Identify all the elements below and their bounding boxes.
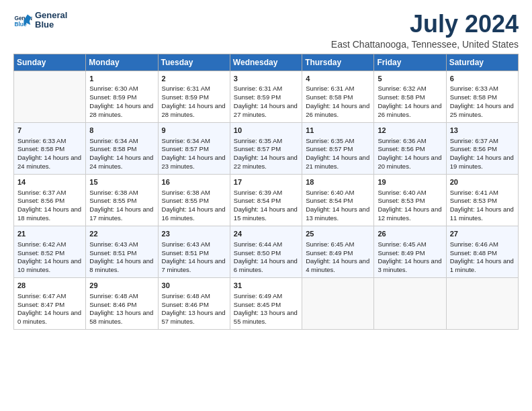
- cell-5-1: 28Sunrise: 6:47 AMSunset: 8:47 PMDayligh…: [14, 277, 86, 329]
- daylight: Daylight: 14 hours and 11 minutes.: [450, 205, 514, 222]
- sunrise: Sunrise: 6:35 AM: [306, 137, 354, 144]
- day-number: 20: [450, 177, 515, 187]
- cell-1-3: 2Sunrise: 6:31 AMSunset: 8:59 PMDaylight…: [158, 71, 230, 122]
- cell-3-7: 20Sunrise: 6:41 AMSunset: 8:53 PMDayligh…: [446, 174, 518, 226]
- day-number: 7: [17, 126, 83, 136]
- daylight: Daylight: 14 hours and 15 minutes.: [234, 205, 298, 222]
- day-number: 10: [234, 126, 299, 136]
- daylight: Daylight: 14 hours and 1 minute.: [450, 257, 514, 273]
- sunrise: Sunrise: 6:45 AM: [378, 240, 426, 248]
- daylight: Daylight: 14 hours and 27 minutes.: [234, 102, 298, 118]
- sunset: Sunset: 8:49 PM: [306, 249, 353, 257]
- cell-1-1: [14, 71, 86, 122]
- main-title: July 2024: [331, 11, 519, 38]
- sunrise: Sunrise: 6:47 AM: [17, 292, 66, 300]
- col-sunday: Sunday: [14, 54, 86, 71]
- subtitle: East Chattanooga, Tennessee, United Stat…: [331, 39, 519, 50]
- day-number: 26: [378, 229, 443, 239]
- sunrise: Sunrise: 6:38 AM: [162, 189, 210, 196]
- sunrise: Sunrise: 6:48 AM: [162, 292, 210, 300]
- sunset: Sunset: 8:56 PM: [450, 145, 497, 152]
- daylight: Daylight: 14 hours and 8 minutes.: [89, 257, 153, 273]
- sunrise: Sunrise: 6:37 AM: [17, 189, 66, 196]
- day-number: 31: [234, 281, 299, 291]
- logo: General Blue General Blue: [13, 11, 67, 30]
- cell-5-6: [374, 277, 446, 329]
- sunset: Sunset: 8:49 PM: [378, 249, 425, 257]
- sunrise: Sunrise: 6:42 AM: [17, 240, 66, 248]
- cell-5-2: 29Sunrise: 6:48 AMSunset: 8:46 PMDayligh…: [86, 277, 158, 329]
- cell-4-1: 21Sunrise: 6:42 AMSunset: 8:52 PMDayligh…: [14, 226, 86, 277]
- sunset: Sunset: 8:51 PM: [89, 249, 136, 257]
- sunrise: Sunrise: 6:38 AM: [89, 189, 138, 196]
- header: General Blue General Blue July 2024 East…: [13, 11, 519, 50]
- sunset: Sunset: 8:53 PM: [378, 197, 425, 204]
- cell-4-4: 24Sunrise: 6:44 AMSunset: 8:50 PMDayligh…: [230, 226, 302, 277]
- day-number: 22: [89, 229, 154, 239]
- sunset: Sunset: 8:59 PM: [162, 93, 209, 101]
- day-number: 28: [17, 281, 83, 291]
- sunrise: Sunrise: 6:33 AM: [450, 85, 498, 92]
- day-number: 21: [17, 229, 83, 239]
- cell-1-7: 6Sunrise: 6:33 AMSunset: 8:58 PMDaylight…: [446, 71, 518, 122]
- week-row-1: 1Sunrise: 6:30 AMSunset: 8:59 PMDaylight…: [14, 71, 519, 122]
- sunset: Sunset: 8:46 PM: [162, 301, 209, 308]
- sunrise: Sunrise: 6:30 AM: [89, 85, 138, 92]
- daylight: Daylight: 14 hours and 26 minutes.: [378, 102, 441, 118]
- sunrise: Sunrise: 6:43 AM: [162, 240, 210, 248]
- col-wednesday: Wednesday: [230, 54, 302, 71]
- daylight: Daylight: 14 hours and 12 minutes.: [378, 205, 441, 222]
- col-friday: Friday: [374, 54, 446, 71]
- sunrise: Sunrise: 6:39 AM: [234, 189, 282, 196]
- day-number: 6: [450, 74, 515, 84]
- sunrise: Sunrise: 6:40 AM: [378, 189, 426, 196]
- header-row: Sunday Monday Tuesday Wednesday Thursday…: [14, 54, 519, 71]
- week-row-2: 7Sunrise: 6:33 AMSunset: 8:58 PMDaylight…: [14, 122, 519, 174]
- sunrise: Sunrise: 6:41 AM: [450, 189, 498, 196]
- daylight: Daylight: 14 hours and 20 minutes.: [378, 154, 441, 170]
- cell-3-6: 19Sunrise: 6:40 AMSunset: 8:53 PMDayligh…: [374, 174, 446, 226]
- daylight: Daylight: 14 hours and 7 minutes.: [162, 257, 226, 273]
- sunset: Sunset: 8:57 PM: [306, 145, 353, 152]
- sunrise: Sunrise: 6:43 AM: [89, 240, 138, 248]
- daylight: Daylight: 14 hours and 4 minutes.: [306, 257, 369, 273]
- day-number: 27: [450, 229, 515, 239]
- day-number: 14: [17, 177, 83, 187]
- day-number: 23: [162, 229, 227, 239]
- daylight: Daylight: 14 hours and 25 minutes.: [450, 102, 514, 118]
- sunrise: Sunrise: 6:32 AM: [378, 85, 426, 92]
- cell-1-2: 1Sunrise: 6:30 AMSunset: 8:59 PMDaylight…: [86, 71, 158, 122]
- daylight: Daylight: 14 hours and 0 minutes.: [17, 309, 81, 325]
- sunset: Sunset: 8:59 PM: [234, 93, 281, 101]
- sunset: Sunset: 8:48 PM: [450, 249, 497, 257]
- page: General Blue General Blue July 2024 East…: [0, 0, 532, 411]
- sunset: Sunset: 8:58 PM: [17, 145, 64, 152]
- sunrise: Sunrise: 6:33 AM: [17, 137, 66, 144]
- sunset: Sunset: 8:51 PM: [162, 249, 209, 257]
- sunset: Sunset: 8:45 PM: [234, 301, 281, 308]
- cell-5-5: [302, 277, 374, 329]
- daylight: Daylight: 14 hours and 24 minutes.: [17, 154, 81, 170]
- daylight: Daylight: 14 hours and 23 minutes.: [162, 154, 226, 170]
- sunset: Sunset: 8:56 PM: [17, 197, 64, 204]
- cell-2-1: 7Sunrise: 6:33 AMSunset: 8:58 PMDaylight…: [14, 122, 86, 174]
- day-number: 1: [89, 74, 154, 84]
- day-number: 16: [162, 177, 227, 187]
- title-block: July 2024 East Chattanooga, Tennessee, U…: [331, 11, 519, 50]
- daylight: Daylight: 13 hours and 58 minutes.: [89, 309, 153, 325]
- daylight: Daylight: 14 hours and 18 minutes.: [17, 205, 81, 222]
- sunrise: Sunrise: 6:45 AM: [306, 240, 354, 248]
- sunset: Sunset: 8:58 PM: [378, 93, 425, 101]
- sunset: Sunset: 8:58 PM: [450, 93, 497, 101]
- cell-2-4: 10Sunrise: 6:35 AMSunset: 8:57 PMDayligh…: [230, 122, 302, 174]
- daylight: Daylight: 14 hours and 3 minutes.: [378, 257, 441, 273]
- logo-text-line2: Blue: [35, 20, 67, 30]
- day-number: 4: [306, 74, 371, 84]
- day-number: 19: [378, 177, 443, 187]
- cell-2-7: 13Sunrise: 6:37 AMSunset: 8:56 PMDayligh…: [446, 122, 518, 174]
- daylight: Daylight: 14 hours and 16 minutes.: [162, 205, 226, 222]
- daylight: Daylight: 14 hours and 6 minutes.: [234, 257, 298, 273]
- sunrise: Sunrise: 6:44 AM: [234, 240, 282, 248]
- day-number: 8: [89, 126, 154, 136]
- cell-3-1: 14Sunrise: 6:37 AMSunset: 8:56 PMDayligh…: [14, 174, 86, 226]
